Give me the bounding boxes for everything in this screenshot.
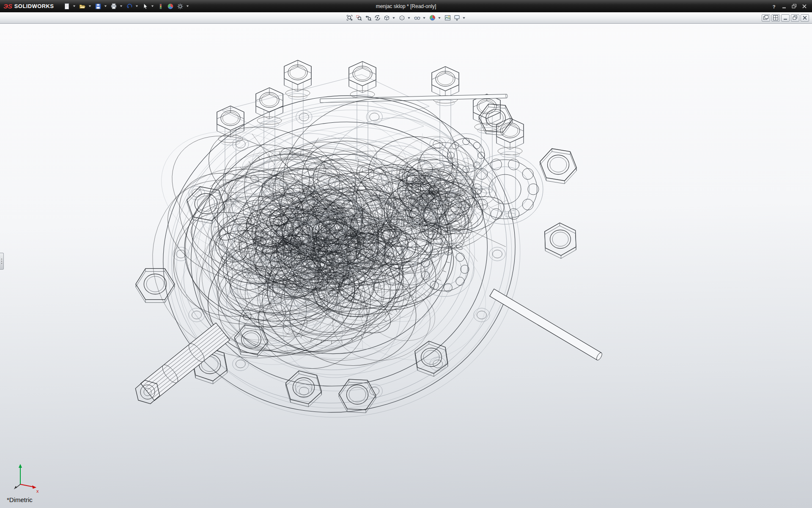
- print-icon: [110, 3, 117, 10]
- window-controls: ?: [769, 2, 809, 10]
- options-icon: [177, 3, 184, 10]
- view-toolbar-row: [0, 12, 812, 24]
- view-toolbar: [345, 13, 467, 22]
- hide-show-dropdown[interactable]: [422, 13, 426, 22]
- new-document-icon: [63, 3, 70, 10]
- undo-dropdown[interactable]: [134, 2, 139, 11]
- options-button[interactable]: [176, 2, 185, 11]
- appearances-dropdown[interactable]: [437, 13, 442, 22]
- select-dropdown[interactable]: [150, 2, 154, 11]
- chevron-down-icon: [462, 17, 465, 19]
- titlebar-toolbar: [62, 2, 191, 11]
- options-dropdown[interactable]: [185, 2, 189, 11]
- appearances-icon: [429, 14, 436, 21]
- tile-button[interactable]: [771, 14, 780, 22]
- chevron-down-icon: [88, 5, 91, 7]
- doc-minimize-icon: [782, 14, 789, 21]
- doc-restore-icon: [792, 14, 798, 21]
- chevron-down-icon: [186, 5, 189, 7]
- undo-button[interactable]: [125, 2, 134, 11]
- chevron-down-icon: [407, 17, 410, 19]
- chevron-down-icon: [422, 17, 425, 19]
- solidworks-logo-text: SOLIDWORKS: [14, 3, 54, 9]
- doc-close-button[interactable]: [801, 14, 809, 22]
- doc-restore-button[interactable]: [791, 14, 799, 22]
- open-button[interactable]: [78, 2, 87, 11]
- display-style-icon: [398, 14, 405, 21]
- cascade-icon: [763, 14, 769, 21]
- select-button[interactable]: [140, 2, 150, 11]
- zoom-area-button[interactable]: [354, 14, 363, 22]
- apply-scene-button[interactable]: [443, 14, 452, 22]
- chevron-down-icon: [135, 5, 138, 7]
- appearance-button[interactable]: [166, 2, 175, 11]
- chevron-down-icon: [438, 17, 441, 19]
- tile-icon: [772, 14, 779, 21]
- close-icon: [801, 3, 808, 10]
- solidworks-logo: ЭS SOLIDWORKS: [3, 3, 54, 9]
- open-icon: [79, 3, 86, 10]
- chevron-down-icon: [151, 5, 154, 7]
- rotate-view-button[interactable]: [373, 14, 382, 22]
- chevron-down-icon: [104, 5, 107, 7]
- save-dropdown[interactable]: [103, 2, 107, 11]
- apply-scene-icon: [444, 14, 451, 21]
- view-orientation-dropdown[interactable]: [392, 13, 396, 22]
- svg-text:x: x: [36, 489, 39, 494]
- solidworks-logo-mark: ЭS: [3, 3, 12, 9]
- help-icon: ?: [771, 3, 777, 10]
- rebuild-button[interactable]: [156, 2, 165, 11]
- new-document-dropdown[interactable]: [72, 2, 76, 11]
- open-dropdown[interactable]: [88, 2, 92, 11]
- chevron-down-icon: [120, 5, 123, 7]
- save-button[interactable]: [93, 2, 103, 11]
- restore-button[interactable]: [790, 2, 798, 10]
- view-settings-button[interactable]: [453, 14, 461, 22]
- doc-close-icon: [801, 14, 808, 21]
- view-settings-icon: [453, 14, 460, 21]
- view-orientation-button[interactable]: [382, 14, 391, 22]
- rebuild-icon: [157, 3, 164, 10]
- doc-minimize-button[interactable]: [781, 14, 790, 22]
- zoom-previous-button[interactable]: [364, 14, 373, 22]
- view-orientation-icon: [383, 14, 390, 21]
- chevron-down-icon: [73, 5, 76, 7]
- wireframe-model: [0, 24, 812, 508]
- close-button[interactable]: [800, 2, 809, 10]
- appearance-icon: [167, 3, 174, 10]
- minimize-icon: [781, 3, 787, 10]
- display-style-button[interactable]: [398, 14, 406, 22]
- minimize-button[interactable]: [779, 2, 788, 10]
- view-settings-dropdown[interactable]: [462, 13, 466, 22]
- hide-show-button[interactable]: [413, 14, 422, 22]
- zoom-fit-icon: [346, 14, 353, 21]
- svg-text:?: ?: [772, 4, 775, 9]
- zoom-previous-icon: [365, 14, 371, 21]
- zoom-area-icon: [355, 14, 362, 21]
- graphics-area[interactable]: x *Dimetric: [0, 24, 812, 508]
- help-button[interactable]: ?: [769, 2, 778, 10]
- document-window-controls: [762, 14, 812, 22]
- rotate-view-icon: [374, 14, 381, 21]
- window-titlebar: ЭS SOLIDWORKS menjac sklop * [Read-only]…: [0, 0, 812, 12]
- new-document-button[interactable]: [62, 2, 71, 11]
- window-title: menjac sklop * [Read-only]: [376, 3, 436, 9]
- print-dropdown[interactable]: [119, 2, 123, 11]
- hide-show-icon: [414, 14, 420, 21]
- chevron-down-icon: [392, 17, 395, 19]
- undo-icon: [126, 3, 133, 10]
- view-orientation-label: *Dimetric: [7, 496, 33, 503]
- restore-icon: [791, 3, 798, 10]
- zoom-fit-button[interactable]: [345, 14, 354, 22]
- appearances-button[interactable]: [428, 14, 437, 22]
- print-button[interactable]: [109, 2, 118, 11]
- panel-collapse-handle[interactable]: [0, 253, 4, 270]
- cascade-button[interactable]: [762, 14, 770, 22]
- save-icon: [95, 3, 102, 10]
- display-style-dropdown[interactable]: [407, 13, 411, 22]
- select-icon: [142, 3, 148, 10]
- orientation-triad: x: [10, 462, 44, 495]
